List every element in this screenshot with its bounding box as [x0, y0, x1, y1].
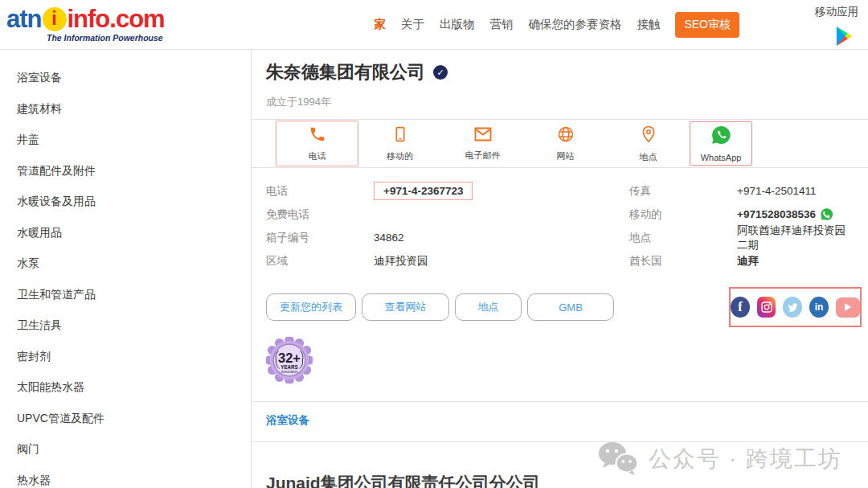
logo-i-badge: i — [43, 7, 67, 31]
company-header: 朱奈德集团有限公司 ✓ 成立于1994年 — [252, 50, 868, 120]
detail-row-phone: 电话 +971-4-2367723 — [266, 179, 629, 203]
detail-row-pobox: 箱子编号 34862 — [266, 226, 629, 249]
phone-number-value[interactable]: +971-4-2367723 — [374, 182, 473, 200]
facebook-icon[interactable]: f — [731, 297, 750, 318]
main-nav: 家 关于 出版物 营销 确保您的参赛资格 接触 SEO审核 — [374, 12, 739, 38]
sidebar-item-plumbing-equipment[interactable]: 水暖设备及用品 — [17, 195, 251, 209]
company-name: 朱奈德集团有限公司 — [266, 60, 425, 84]
category-tag-link[interactable]: 浴室设备 — [266, 414, 309, 426]
fax-value: +971-4-2501411 — [737, 185, 816, 197]
email-icon — [473, 126, 493, 146]
wechat-watermark: 公众号 · 跨境工坊 — [597, 441, 842, 477]
instagram-icon[interactable] — [757, 297, 776, 318]
category-tag-section: 浴室设备 — [252, 401, 868, 442]
quick-action-website[interactable]: 网站 — [524, 125, 607, 162]
update-listing-button[interactable]: 更新您的列表 — [266, 293, 356, 321]
area-value: 迪拜投资园 — [374, 254, 428, 269]
logo-tagline: The Information Powerhouse — [6, 33, 165, 43]
detail-label: 箱子编号 — [266, 231, 374, 245]
listing-actions-row: 更新您的列表 查看网站 地点 GMB f in — [252, 277, 868, 332]
twitter-icon[interactable] — [783, 297, 802, 318]
detail-label: 地点 — [629, 231, 737, 245]
sidebar-item-water-heaters[interactable]: 热水器 — [17, 474, 251, 488]
sidebar-item-valves[interactable]: 阀门 — [17, 442, 251, 457]
nav-home[interactable]: 家 — [374, 17, 386, 32]
nav-get-listed[interactable]: 确保您的参赛资格 — [528, 17, 621, 32]
top-header: atn i info.com The Information Powerhous… — [0, 0, 868, 50]
detail-row-tollfree: 免费电话 — [266, 203, 629, 226]
quick-action-label: 网站 — [557, 150, 575, 162]
sidebar-item-bathroom-equipment[interactable]: 浴室设备 — [17, 71, 251, 85]
quick-actions-row: 电话 移动的 电子邮件 网站 — [252, 120, 868, 168]
badge-sublabel: IN BUSINESS — [281, 371, 299, 374]
mobile-app-label: 移动应用 — [815, 5, 858, 19]
quick-action-label: 地点 — [640, 151, 657, 163]
details-left-column: 电话 +971-4-2367723 免费电话 箱子编号 34862 区域 迪拜投… — [266, 179, 629, 273]
whatsapp-icon — [710, 125, 731, 149]
location-button[interactable]: 地点 — [455, 293, 522, 321]
years-in-business-badge: 32+ YEARS IN BUSINESS — [266, 337, 313, 383]
sidebar-item-solar-water-heaters[interactable]: 太阳能热水器 — [17, 380, 251, 395]
sidebar-item-sealants[interactable]: 密封剂 — [17, 350, 251, 364]
phone-icon — [309, 125, 326, 146]
nav-marketing[interactable]: 营销 — [489, 17, 513, 32]
nav-about[interactable]: 关于 — [401, 17, 424, 32]
mobile-app-block: 移动应用 — [815, 5, 858, 49]
mobile-number-value[interactable]: +971528038536 — [737, 207, 833, 221]
quick-action-email[interactable]: 电子邮件 — [441, 126, 524, 162]
sidebar-item-manhole-covers[interactable]: 井盖 — [17, 133, 251, 147]
years-badge-wrap: 32+ YEARS IN BUSINESS — [252, 332, 868, 395]
nav-contact[interactable]: 接触 — [637, 17, 660, 32]
sidebar-item-upvc-pipes[interactable]: UPVC管道及配件 — [17, 412, 251, 426]
established-year: 成立于1994年 — [266, 95, 854, 109]
sidebar-item-building-materials[interactable]: 建筑材料 — [17, 102, 251, 117]
detail-label: 区域 — [266, 254, 374, 269]
wechat-icon — [597, 441, 639, 477]
logo-text-info: info.com — [68, 6, 165, 31]
quick-action-mobile[interactable]: 移动的 — [358, 125, 441, 162]
globe-icon — [557, 125, 575, 146]
svg-text:32+: 32+ — [278, 351, 301, 365]
quick-action-label: 电话 — [309, 150, 326, 162]
verified-badge-icon: ✓ — [433, 65, 448, 80]
pobox-value: 34862 — [374, 232, 404, 244]
detail-row-location: 地点 阿联酋迪拜迪拜投资园二期 — [629, 226, 854, 249]
contact-details: 电话 +971-4-2367723 免费电话 箱子编号 34862 区域 迪拜投… — [252, 168, 868, 277]
detail-row-emirate: 酋长国 迪拜 — [629, 249, 854, 273]
gmb-button[interactable]: GMB — [527, 293, 614, 321]
linkedin-icon[interactable]: in — [809, 297, 829, 318]
social-links-box: f in — [729, 287, 862, 327]
quick-action-label: WhatsApp — [701, 153, 742, 162]
nav-publications[interactable]: 出版物 — [440, 17, 475, 32]
mobile-icon — [391, 125, 409, 146]
site-logo[interactable]: atn i info.com The Information Powerhous… — [6, 6, 165, 43]
whatsapp-icon[interactable] — [820, 207, 833, 221]
quick-action-whatsapp[interactable]: WhatsApp — [690, 121, 752, 166]
sidebar-item-sanitary-plumbing-products[interactable]: 卫生和管道产品 — [17, 288, 251, 302]
page-body: 浴室设备 建筑材料 井盖 管道配件及附件 水暖设备及用品 水暖用品 水泵 卫生和… — [0, 50, 868, 488]
logo-text-atn: atn — [6, 6, 42, 31]
detail-label: 电话 — [266, 184, 374, 199]
detail-label: 移动的 — [629, 207, 737, 222]
quick-action-phone[interactable]: 电话 — [276, 121, 358, 166]
quick-action-location[interactable]: 地点 — [607, 125, 690, 163]
detail-label: 免费电话 — [266, 207, 374, 222]
seo-audit-button[interactable]: SEO审核 — [675, 12, 739, 38]
sidebar-item-plumbing-supplies[interactable]: 水暖用品 — [17, 226, 251, 240]
company-listing-main: 朱奈德集团有限公司 ✓ 成立于1994年 电话 移动的 — [252, 50, 868, 488]
details-right-column: 传真 +971-4-2501411 移动的 +971528038536 地点 阿… — [629, 179, 854, 273]
detail-row-area: 区域 迪拜投资园 — [266, 249, 629, 273]
watermark-text: 公众号 · 跨境工坊 — [649, 444, 842, 474]
sidebar-item-water-pumps-1[interactable]: 水泵 — [17, 256, 251, 271]
emirate-value: 迪拜 — [737, 254, 759, 269]
view-website-button[interactable]: 查看网站 — [362, 293, 449, 321]
sidebar-item-pipe-fittings[interactable]: 管道配件及附件 — [17, 164, 251, 178]
detail-row-fax: 传真 +971-4-2501411 — [629, 179, 854, 203]
quick-action-label: 移动的 — [387, 150, 413, 162]
quick-action-label: 电子邮件 — [465, 150, 501, 162]
youtube-icon[interactable] — [836, 297, 860, 318]
detail-label: 传真 — [629, 184, 737, 199]
google-play-icon[interactable] — [834, 26, 854, 49]
category-sidebar: 浴室设备 建筑材料 井盖 管道配件及附件 水暖设备及用品 水暖用品 水泵 卫生和… — [0, 50, 252, 488]
sidebar-item-sanitary-ware[interactable]: 卫生洁具 — [17, 318, 251, 333]
